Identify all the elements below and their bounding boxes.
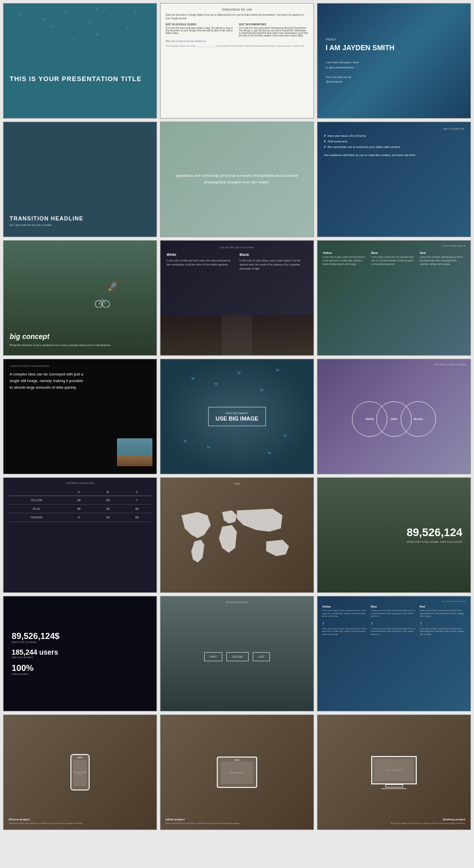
big-number: 89,526,124 xyxy=(407,527,462,538)
slide-6[interactable]: this is a slide title Here you have a li… xyxy=(317,122,471,237)
review-label: let's review some concepts xyxy=(322,600,466,602)
big-impact-text: USE BIG IMAGE xyxy=(216,416,258,422)
slide-10[interactable]: a picture is worth a thousand words A co… xyxy=(3,359,157,474)
concept-body: Bring the attention of your audience ove… xyxy=(10,343,110,347)
review-row1: Yellow Is the color of gold, butter and … xyxy=(322,605,466,618)
step-first: FIRST xyxy=(204,652,222,661)
slide-9[interactable]: in two or three columns Yellow Is the co… xyxy=(317,240,471,356)
slide-18[interactable]: let's review some concepts Yellow Is the… xyxy=(317,596,471,711)
slide-3[interactable]: Hello! I AM JAYDEN SMITH I am here becau… xyxy=(317,3,471,119)
review-col-2: Blue Is the color of the clear sky and t… xyxy=(371,605,417,618)
data-table: A B C YELLOW 10 20 7 BLUE 30 1 xyxy=(9,488,151,522)
slide-13[interactable]: and tables to compare data A B C YELLOW … xyxy=(3,477,157,593)
review-col-4: ↑ Is the color of gold, butter and ripe … xyxy=(322,621,368,636)
slide-16[interactable]: 89,526,124$ that's a lot of money 185,24… xyxy=(3,596,157,711)
hello-label: Hello! xyxy=(326,37,336,42)
three-columns: Yellow Is the color of gold, butter and … xyxy=(323,251,465,351)
device-sub-20: Show and explain your web app or softwar… xyxy=(166,822,240,824)
table-row: YELLOW 10 20 7 xyxy=(9,496,151,505)
review-col-3: Red Is the color of blood, and because o… xyxy=(420,605,466,618)
stat-3: 100% total success! xyxy=(12,664,148,675)
review-row2: ↑ Is the color of gold, butter and ripe … xyxy=(322,621,466,636)
instructions-footer: This template is free to use under _____… xyxy=(166,45,304,47)
device-sub-21: Show and explain your web app or softwar… xyxy=(391,822,465,824)
picture-image xyxy=(117,438,152,466)
concept-title: big concept xyxy=(10,332,50,341)
list-items: Here you have a list of items And some t… xyxy=(324,133,400,149)
stat-1: 89,526,124$ that's a lot of money xyxy=(12,632,148,644)
venn-circle-1: WHITE xyxy=(352,401,387,437)
slide-title-text: THIS IS YOUR PRESENTATION TITLE xyxy=(10,75,150,84)
instructions-col2: EDIT IN POWERPOINT: Go to the File menu … xyxy=(239,23,308,37)
transition-subline: let's start with the first set of slides xyxy=(10,223,52,227)
slide-17[interactable]: our process is easy FIRST SECOND LAST xyxy=(160,596,314,711)
phone-mockup: Place your content here xyxy=(70,754,90,790)
review-col-6: ↑ Is the color of blood, and because of … xyxy=(420,621,466,636)
slide-grid: 🐦 🐦 🐦 🐦 🐦 🐦 🐦 🐦 🐦 🐦 🐦 THIS IS YOUR PRESE… xyxy=(0,0,474,833)
slide-1[interactable]: 🐦 🐦 🐦 🐦 🐦 🐦 🐦 🐦 🐦 🐦 🐦 THIS IS YOUR PRESE… xyxy=(3,3,157,119)
review-col-5: ↑ Is the color of the clear sky and the … xyxy=(371,621,417,636)
process-steps: FIRST SECOND LAST xyxy=(204,652,270,661)
stat-2: 185,244 users and a lot of users xyxy=(12,649,148,659)
instructions-col1: EDIT IN GOOGLE SLIDES Go to the File men… xyxy=(166,23,235,37)
quote-text: quotations are commonly printed as a mea… xyxy=(171,173,303,186)
venn-label: use charts to explain your ideas xyxy=(322,363,466,366)
device-label-21: desktop project xyxy=(391,818,465,821)
slide-15[interactable]: 89,526,124 whoa! that's a big number, wa… xyxy=(317,477,471,593)
device-label-20: tablet project xyxy=(166,818,240,821)
device-sub-19: Show and explain your web app or softwar… xyxy=(9,822,83,824)
table-row: BLUE 30 15 10 xyxy=(9,505,151,513)
process-label: our process is easy xyxy=(226,600,248,603)
map-label: maps xyxy=(234,482,240,485)
slide-7[interactable]: 🚀 big concept Bring the attention of you… xyxy=(3,240,157,356)
instructions-intro: Open this document in Google Slides (if … xyxy=(166,14,308,21)
presenter-bio: I am here because I love to give present… xyxy=(326,60,359,85)
venn-diagram: WHITE GRAY BLACK xyxy=(322,368,466,470)
birds-decoration: 🐦 🐦 🐦 🐦 🐦 🐦 🐦 🐦 🐦 🐦 🐦 xyxy=(4,4,156,118)
want-text: want big impact? xyxy=(216,411,258,414)
slide-2[interactable]: Instructions for use Open this document … xyxy=(160,3,314,119)
slide6-paragraph: You audience will listen to you or read … xyxy=(324,153,416,158)
slide-20[interactable]: What your layout here tablet project Sho… xyxy=(160,714,314,830)
number-label: whoa! that's a big number, wasn't you pr… xyxy=(407,540,462,543)
desktop-mockup: Place your content here xyxy=(371,756,417,789)
slide-4[interactable]: TRANSITION HEADLINE let's start with the… xyxy=(3,122,157,237)
device-label-19: iPhone project xyxy=(9,818,83,821)
world-map-svg xyxy=(172,488,302,588)
slide6-title: this is a slide title xyxy=(443,127,464,130)
table-row: ORANGE 5 24 16 xyxy=(9,513,151,522)
col-red: Red Is the color of blood, and because o… xyxy=(420,251,465,351)
instructions-title: Instructions for use xyxy=(166,8,308,11)
world-map xyxy=(172,488,302,588)
table-label: and tables to compare data xyxy=(9,482,151,484)
slide-8[interactable]: you can also split your content White Is… xyxy=(160,240,314,356)
slide-12[interactable]: use charts to explain your ideas WHITE G… xyxy=(317,359,471,474)
transition-headline: TRANSITION HEADLINE xyxy=(10,215,84,221)
col-blue: Blue Is the colour of the clear sky and … xyxy=(371,251,417,351)
col-yellow: Yellow Is the color of gold, butter and … xyxy=(323,251,368,351)
review-col-1: Yellow Is the color of gold, butter and … xyxy=(322,605,368,618)
split-label: you can also split your content xyxy=(167,246,307,249)
slide-21[interactable]: Place your content here desktop project … xyxy=(317,714,471,830)
picture-label: a picture is worth a thousand words xyxy=(10,364,150,367)
slide-19[interactable]: Place your content here iPhone project S… xyxy=(3,714,157,830)
slide-11[interactable]: 🐦 🐦 🐦 🐦 🐦 🐦 🐦 🐦 🐦 want big impact? USE B… xyxy=(160,359,314,474)
impact-box: want big impact? USE BIG IMAGE xyxy=(208,407,266,426)
tablet-mockup: What your layout here xyxy=(217,757,257,788)
road-image xyxy=(161,315,313,355)
picture-text: A complex idea can be conveyed with just… xyxy=(10,371,87,391)
step-last: LAST xyxy=(253,652,270,661)
presenter-name: I AM JAYDEN SMITH xyxy=(326,44,394,52)
three-col-label: in two or three columns xyxy=(323,245,465,247)
step-second: SECOND xyxy=(226,652,248,661)
slide-14[interactable]: maps xyxy=(160,477,314,593)
slide-5[interactable]: quotations are commonly printed as a mea… xyxy=(160,122,314,237)
instructions-link: More info on how to use this template at xyxy=(166,40,206,43)
